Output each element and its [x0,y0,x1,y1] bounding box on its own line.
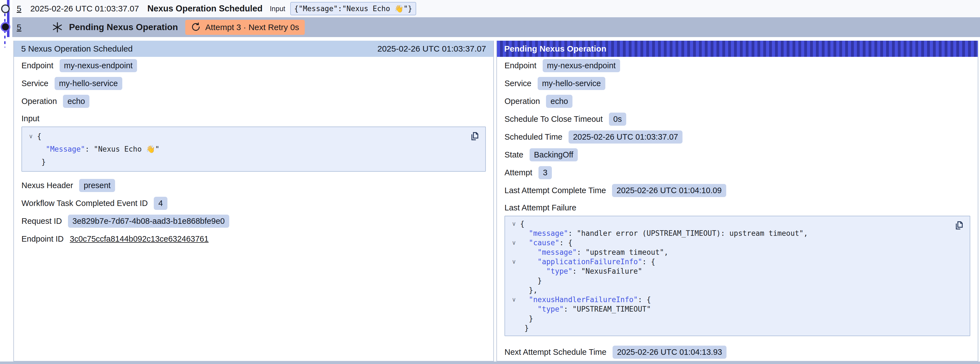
last-attempt-failure-label: Last Attempt Failure [504,203,970,212]
json-text: : "upstream timeout", [577,247,668,257]
event-row-scheduled[interactable]: 5 2025-02-26 UTC 01:03:37.07 Nexus Opera… [12,0,980,17]
field-value-badge: 2025-02-26 UTC 01:03:37.07 [568,131,682,144]
retry-attempt-text: Attempt 3 · Next Retry 0s [205,22,299,32]
field-label: Attempt [504,168,532,177]
json-text: } [520,323,529,333]
field-label: Operation [504,97,540,106]
collapse-chevron-icon [508,314,520,323]
json-text: } [37,155,46,168]
json-key: "cause" [520,238,559,247]
json-line: } [508,323,950,333]
field-value-badge: my-nexus-endpoint [542,59,620,72]
field-label: Service [504,79,531,88]
event-id-link[interactable]: 5 [17,22,21,32]
collapse-chevron-icon[interactable]: ∨ [508,257,520,267]
timeline-dot-hollow-icon [1,5,10,13]
field-value-badge: my-nexus-endpoint [60,59,137,72]
field-row-schedule-to-close-timeout: Schedule To Close Timeout 0s [504,113,970,126]
event-history-view: 5 2025-02-26 UTC 01:03:37.07 Nexus Opera… [0,0,980,364]
event-row-pending[interactable]: 5 Pending Nexus Operation Attempt 3 · Ne… [12,17,980,37]
field-row-next-attempt-schedule-time: Next Attempt Schedule Time 2025-02-26 UT… [504,346,970,359]
json-text: : { [559,238,573,247]
event-detail-header-title: 5 Nexus Operation Scheduled [21,44,133,54]
field-row-endpoint-id: Endpoint ID 3c0c75ccfa8144b092c13ce63246… [21,232,486,246]
event-detail-header-timestamp: 2025-02-26 UTC 01:03:37.07 [377,44,486,54]
field-value-badge: 3e829b7e-7d67-4b08-aad3-b1e868bfe9e0 [68,215,229,228]
json-text: : "NexusFailure" [573,267,642,276]
timeline-dot-current-icon [2,23,9,30]
collapse-chevron-icon [25,155,37,168]
json-text: : { [638,295,651,304]
collapse-chevron-icon[interactable]: ∨ [508,238,520,247]
collapse-chevron-icon [508,247,520,257]
copy-icon [470,131,480,142]
collapse-chevron-icon [508,286,520,295]
collapse-chevron-icon[interactable]: ∨ [25,130,37,143]
collapse-chevron-icon [508,323,520,333]
field-value-badge: echo [546,95,573,108]
field-row-scheduled-time: Scheduled Time 2025-02-26 UTC 01:03:37.0… [504,131,970,144]
timeline-connector-line [4,13,6,47]
field-row-workflow-task-completed-event-id: Workflow Task Completed Event ID 4 [21,197,486,210]
field-value-badge: 2025-02-26 UTC 01:04:10.09 [612,184,726,197]
pending-operation-panel: Pending Nexus Operation Endpoint my-nexu… [496,41,978,361]
json-line: ∨ "applicationFailureInfo" : { [508,257,950,267]
field-row-attempt: Attempt 3 [504,166,970,179]
collapse-chevron-icon [508,304,520,314]
copy-button[interactable] [470,131,480,142]
field-label: Endpoint [21,61,54,70]
field-value-badge: present [79,179,115,192]
event-detail-header: 5 Nexus Operation Scheduled 2025-02-26 U… [14,41,493,57]
collapse-chevron-icon [508,276,520,286]
collapse-chevron-icon [508,228,520,238]
input-label: Input [270,5,285,13]
retry-attempt-badge: Attempt 3 · Next Retry 0s [185,20,305,35]
json-key: "applicationFailureInfo" [520,257,642,267]
field-label: Operation [21,97,57,106]
field-row-endpoint: Endpoint my-nexus-endpoint [504,59,970,72]
failure-json-viewer: ∨ { "message" : "handler error (UPSTREAM… [504,216,970,336]
field-label: State [504,150,523,160]
event-timestamp: 2025-02-26 UTC 01:03:37.07 [30,4,139,13]
json-text: } [520,314,533,323]
collapse-chevron-icon[interactable]: ∨ [508,295,520,304]
field-row-endpoint: Endpoint my-nexus-endpoint [21,59,486,72]
json-text: } [520,276,542,286]
endpoint-id-link[interactable]: 3c0c75ccfa8144b092c13ce632463761 [70,235,208,244]
event-title: Nexus Operation Scheduled [147,4,262,14]
collapse-chevron-icon[interactable]: ∨ [508,219,520,228]
field-label: Request ID [21,217,62,226]
event-id-link[interactable]: 5 [17,4,21,13]
field-label: Endpoint ID [21,235,64,244]
field-value-badge: my-hello-service [55,77,122,90]
collapse-chevron-icon [508,267,520,276]
field-row-operation: Operation echo [21,95,486,108]
json-key: "Message" [37,143,85,155]
field-value-badge: 4 [154,197,167,210]
field-row-last-attempt-complete-time: Last Attempt Complete Time 2025-02-26 UT… [504,184,970,197]
json-line: ∨ { [25,130,466,143]
json-text: }, [520,286,538,295]
json-text: { [520,219,525,228]
field-row-service: Service my-hello-service [504,77,970,90]
field-label: Workflow Task Completed Event ID [21,199,148,208]
field-label: Nexus Header [21,181,73,190]
field-label: Last Attempt Complete Time [504,186,606,195]
json-line: } [508,276,950,286]
json-text: : "Nexus Echo 👋" [85,143,159,155]
field-row-service: Service my-hello-service [21,77,486,90]
json-line: "message" : "upstream timeout", [508,247,950,257]
collapse-chevron-icon [25,143,37,155]
field-value-badge: BackingOff [530,148,578,161]
json-line: ∨ "nexusHandlerFailureInfo" : { [508,295,950,304]
json-line: }, [508,286,950,295]
json-line: "message" : "handler error (UPSTREAM_TIM… [508,228,950,238]
field-value-badge: 2025-02-26 UTC 01:04:13.93 [612,346,727,359]
field-value-badge: 3 [538,166,552,179]
field-value-badge: 0s [609,113,627,126]
pending-event-title: Pending Nexus Operation [69,22,178,32]
field-label: Schedule To Close Timeout [504,115,603,124]
copy-button[interactable] [954,220,965,231]
json-text: : "UPSTREAM_TIMEOUT" [564,304,651,314]
field-row-request-id: Request ID 3e829b7e-7d67-4b08-aad3-b1e86… [21,215,486,228]
